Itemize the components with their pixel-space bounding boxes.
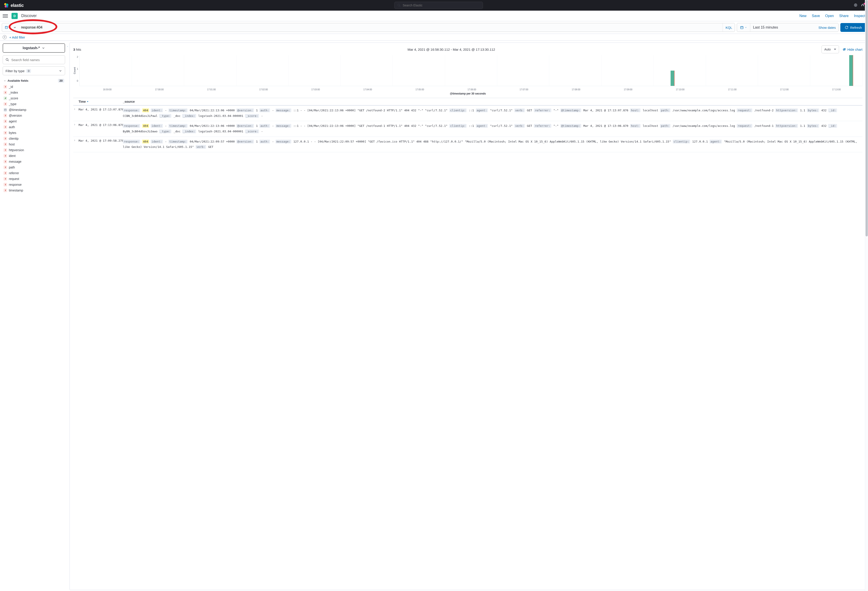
scrollbar[interactable] <box>865 0 868 591</box>
collapse-sidebar-icon[interactable] <box>67 45 68 48</box>
date-quick-select[interactable] <box>737 23 750 32</box>
field-name: @timestamp <box>9 108 27 112</box>
global-search[interactable] <box>394 2 483 9</box>
doc-table-header: Time _source <box>73 98 862 106</box>
field-item[interactable]: thttpversion <box>3 147 65 153</box>
elastic-logo[interactable]: elastic <box>3 3 24 8</box>
svg-point-21 <box>6 58 8 61</box>
nav-toggle-icon[interactable] <box>3 13 8 19</box>
newsfeed-icon[interactable] <box>854 3 858 7</box>
elastic-logo-text: elastic <box>10 3 24 8</box>
query-options-toggle[interactable] <box>11 23 18 32</box>
action-inspect[interactable]: Inspect <box>854 14 865 18</box>
col-time-header[interactable]: Time <box>78 100 123 103</box>
field-item[interactable]: tclientip <box>3 136 65 142</box>
app-header-left: D Discover <box>3 13 37 19</box>
global-header: elastic <box>0 0 868 10</box>
svg-point-3 <box>6 6 8 7</box>
action-open[interactable]: Open <box>825 14 834 18</box>
col-source-header: _source <box>123 100 862 103</box>
field-item[interactable]: tmessage <box>3 159 65 164</box>
action-new[interactable]: New <box>799 14 806 18</box>
header-right <box>854 3 865 7</box>
svg-rect-9 <box>741 27 743 29</box>
histogram-chart[interactable]: Count 2 1 0 <box>73 55 862 86</box>
field-item[interactable]: tagent <box>3 118 65 124</box>
field-name: clientip <box>9 137 19 140</box>
chart-plot-area[interactable] <box>80 55 862 86</box>
field-type-icon: t <box>3 125 7 129</box>
action-save[interactable]: Save <box>812 14 820 18</box>
refresh-icon <box>845 26 848 29</box>
query-input[interactable] <box>18 25 723 30</box>
field-type-icon: t <box>3 148 7 152</box>
field-item[interactable]: t_index <box>3 90 65 95</box>
query-language-toggle[interactable]: KQL <box>723 23 735 32</box>
available-fields-header[interactable]: Available fields 20 <box>3 77 65 84</box>
field-name: _id <box>9 85 13 89</box>
field-item[interactable]: ttimestamp <box>3 188 65 193</box>
field-search-input[interactable] <box>11 58 62 62</box>
field-item[interactable]: #_score <box>3 95 65 101</box>
available-fields-label: Available fields <box>7 79 28 82</box>
global-search-input[interactable] <box>403 3 480 7</box>
hit-count: 3 hits <box>73 47 81 51</box>
field-item[interactable]: t_id <box>3 84 65 90</box>
field-item[interactable]: tauth <box>3 124 65 130</box>
expand-row-toggle[interactable] <box>73 108 78 119</box>
add-filter-button[interactable]: + Add filter <box>9 35 25 39</box>
row-time: Mar 4, 2021 @ 17:13:07.876 <box>78 108 123 119</box>
interval-selector[interactable]: Auto <box>822 45 839 53</box>
field-item[interactable]: trequest <box>3 176 65 182</box>
field-item[interactable]: tident <box>3 153 65 159</box>
filter-menu-icon[interactable] <box>3 35 7 39</box>
field-item[interactable]: treferrer <box>3 170 65 176</box>
date-range-text[interactable]: Last 15 minutes <box>750 25 816 30</box>
table-row: Mar 4, 2021 @ 17:13:06.870response: 404 … <box>73 121 862 137</box>
svg-point-4 <box>398 4 400 6</box>
row-source: response: 404 ident: - timestamp: 04/Mar… <box>123 123 862 134</box>
field-type-icon: t <box>3 171 7 175</box>
field-item[interactable]: t_type <box>3 101 65 107</box>
chevron-down-icon <box>3 80 6 82</box>
expand-row-toggle[interactable] <box>73 139 78 150</box>
field-item[interactable]: tbytes <box>3 130 65 136</box>
expand-row-toggle[interactable] <box>73 123 78 134</box>
field-name: request <box>9 177 19 180</box>
refresh-label: Refresh <box>850 26 862 30</box>
refresh-button[interactable]: Refresh <box>840 23 866 32</box>
show-dates-link[interactable]: Show dates <box>816 26 838 30</box>
field-item[interactable]: thost <box>3 142 65 147</box>
field-item[interactable]: t@version <box>3 113 65 118</box>
field-item[interactable]: tresponse <box>3 182 65 188</box>
field-name: message <box>9 160 21 163</box>
field-name: host <box>9 143 15 146</box>
hide-chart-button[interactable]: Hide chart <box>843 47 862 51</box>
svg-marker-27 <box>87 101 89 102</box>
help-icon[interactable] <box>861 3 865 7</box>
chart-bar[interactable] <box>670 71 675 86</box>
field-search[interactable] <box>3 55 65 64</box>
filter-type-count: 0 <box>27 69 31 73</box>
field-type-icon: t <box>3 189 7 192</box>
page-title: Discover <box>21 13 37 18</box>
scrollbar-thumb[interactable] <box>865 0 868 236</box>
chart-bar[interactable] <box>849 55 853 86</box>
filter-by-type-label: Filter by type <box>6 69 25 73</box>
filter-by-type[interactable]: Filter by type 0 <box>3 66 65 75</box>
field-type-icon: t <box>3 131 7 134</box>
field-name: timestamp <box>9 189 23 192</box>
field-item[interactable]: @timestamp <box>3 107 65 113</box>
space-badge[interactable]: D <box>12 13 18 19</box>
fields-sidebar: logstash-* Filter by type 0 Available fi… <box>0 41 68 591</box>
action-share[interactable]: Share <box>839 14 849 18</box>
row-time: Mar 4, 2021 @ 17:09:58.278 <box>78 139 123 150</box>
field-type-icon: t <box>3 183 7 186</box>
field-type-icon: t <box>3 85 7 89</box>
index-pattern-selector[interactable]: logstash-* <box>3 43 65 53</box>
svg-rect-8 <box>5 27 7 29</box>
saved-query-icon[interactable] <box>2 23 11 32</box>
field-name: response <box>9 183 22 186</box>
chevron-down-icon <box>59 69 62 72</box>
field-item[interactable]: tpath <box>3 164 65 170</box>
